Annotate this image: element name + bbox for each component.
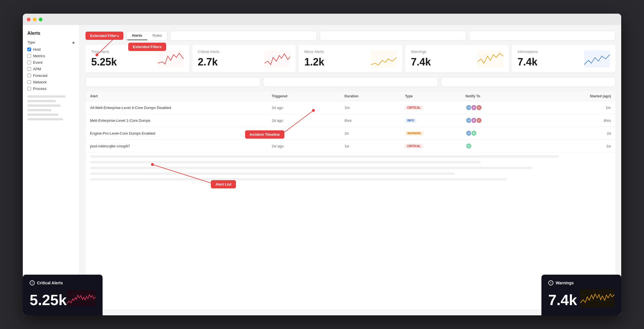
maximize-button[interactable]: [39, 18, 42, 21]
stat-card-total: Total Alerts 5.25k: [85, 45, 189, 73]
stat-chart-total: [158, 50, 184, 67]
table-row[interactable]: Melt-Enterprise-Level 1-Core Dumps 2d ag…: [85, 114, 616, 127]
sidebar-item-metrics[interactable]: Metrics: [27, 54, 75, 58]
td-notify-2: A B C: [466, 117, 538, 124]
tab-rules[interactable]: Rules: [147, 31, 167, 40]
apm-checkbox[interactable]: [27, 67, 31, 71]
col-type: Type: [405, 94, 466, 98]
search-bar-1[interactable]: [170, 31, 317, 40]
stat-label-minor: Minor Alerts: [304, 50, 324, 54]
table-row[interactable]: All-Melt-Enterprise-Level 4-Core Dumps D…: [85, 101, 616, 114]
type-expand-arrow[interactable]: ▶: [73, 41, 75, 44]
td-triggered-1: 2d ago: [272, 106, 345, 110]
filter-input-1[interactable]: [85, 77, 260, 87]
top-bar: Extended Filters Alerts Rules: [85, 31, 616, 40]
sidebar-title: Alerts: [27, 31, 75, 36]
td-notify-3: A D: [466, 130, 538, 136]
badge-info-2: INFO: [405, 118, 416, 123]
td-started-4: 1w: [538, 144, 611, 148]
host-checkbox[interactable]: [27, 48, 31, 51]
table-row[interactable]: pool-mblmcqfer-cmop67 2w ago 1w CRITICAL…: [85, 140, 616, 153]
td-alert-2: Melt-Enterprise-Level 1-Core Dumps: [90, 118, 272, 123]
sidebar-item-host[interactable]: Host: [27, 47, 75, 52]
td-triggered-4: 2w ago: [272, 144, 345, 148]
sidebar-item-network[interactable]: Network: [27, 80, 75, 84]
metrics-checkbox[interactable]: [27, 54, 31, 58]
col-notify: Notify To: [466, 94, 538, 98]
stat-card-critical: Critical Alerts 2.7k: [192, 45, 296, 73]
titlebar: [23, 14, 621, 25]
tab-alerts[interactable]: Alerts: [127, 31, 147, 40]
stat-value-info: 7.4k: [517, 56, 538, 68]
stat-value-critical: 2.7k: [198, 56, 219, 68]
sidebar-item-process[interactable]: Process: [27, 87, 75, 91]
td-notify-1: A B C: [466, 104, 538, 111]
col-started: Started (ago): [538, 94, 611, 98]
badge-critical-1: CRITICAL: [405, 106, 423, 110]
stat-card-minor: Minor Alerts 1.2k: [299, 45, 402, 73]
td-triggered-3: 1w ago: [272, 131, 345, 135]
avatar: D: [466, 143, 472, 149]
stat-card-info: Informations 7.4k: [512, 45, 616, 73]
stat-label-critical: Critical Alerts: [198, 50, 219, 54]
td-duration-4: 1w: [345, 144, 405, 148]
badge-warning-3: WARNING: [405, 131, 423, 135]
minimize-button[interactable]: [33, 18, 36, 21]
svg-rect-0: [158, 50, 184, 67]
col-triggered: Triggered: [272, 94, 345, 98]
td-type-3: WARNING: [405, 131, 466, 135]
avatar: C: [476, 104, 482, 111]
badge-critical-4: CRITICAL: [405, 144, 423, 148]
alerts-table: Alert Triggered Duration Type Notify To …: [85, 91, 616, 310]
process-checkbox[interactable]: [27, 87, 31, 91]
td-type-1: CRITICAL: [405, 105, 466, 110]
stat-chart-critical: [264, 50, 290, 67]
td-duration-3: 2d: [345, 131, 405, 135]
avatar: D: [471, 130, 477, 136]
search-bar-2[interactable]: [320, 31, 466, 40]
col-duration: Duration: [345, 94, 405, 98]
event-checkbox[interactable]: [27, 61, 31, 64]
search-bar-3[interactable]: [469, 31, 616, 40]
td-started-2: 8hrs: [538, 118, 611, 123]
stat-label-warnings: Warnings: [411, 50, 431, 54]
content-area: Extended Filters Alerts Rules Total Aler…: [80, 25, 621, 315]
close-button[interactable]: [27, 18, 30, 21]
extended-filters-badge[interactable]: Extended Filters: [85, 32, 123, 40]
forecast-checkbox[interactable]: [27, 74, 31, 77]
svg-rect-3: [478, 50, 503, 67]
stat-value-total: 5.25k: [91, 56, 117, 68]
td-notify-4: D: [466, 143, 538, 149]
stat-value-warnings: 7.4k: [411, 56, 431, 68]
sidebar: Alerts Type ▶ Host Metrics Event APM: [23, 25, 80, 315]
search-bars: [170, 31, 616, 40]
stat-label-total: Total Alerts: [91, 50, 117, 54]
td-alert-3: Engine-Pro-Level-Core Dumps Enabled: [90, 131, 272, 135]
td-type-4: CRITICAL: [405, 144, 466, 148]
td-started-3: 2d: [538, 131, 611, 135]
td-duration-1: 1hr: [345, 106, 405, 110]
sidebar-item-event[interactable]: Event: [27, 60, 75, 65]
main-window: Alerts Type ▶ Host Metrics Event APM: [23, 14, 621, 315]
sidebar-item-forecast[interactable]: Forecast: [27, 73, 75, 78]
sidebar-item-apm[interactable]: APM: [27, 67, 75, 71]
td-alert-4: pool-mblmcqfer-cmop67: [90, 144, 272, 148]
table-row[interactable]: Engine-Pro-Level-Core Dumps Enabled 1w a…: [85, 127, 616, 140]
skeleton-rows: [85, 153, 616, 187]
td-alert-1: All-Melt-Enterprise-Level 4-Core Dumps D…: [90, 106, 272, 110]
svg-rect-4: [584, 50, 610, 67]
sidebar-type-label: Type ▶: [27, 40, 75, 44]
td-started-1: 1hr: [538, 106, 611, 110]
td-type-2: INFO: [405, 118, 466, 123]
td-triggered-2: 2d ago: [272, 118, 345, 123]
stat-chart-warnings: [478, 50, 503, 67]
filter-input-2[interactable]: [263, 77, 438, 87]
table-header: Alert Triggered Duration Type Notify To …: [85, 91, 616, 101]
filter-tabs: Alerts Rules: [126, 31, 167, 40]
filter-input-3[interactable]: [441, 77, 616, 87]
col-alert: Alert: [90, 94, 272, 98]
stat-chart-minor: [371, 50, 397, 67]
stats-row: Total Alerts 5.25k Critical Alerts 2.7k: [85, 45, 616, 73]
network-checkbox[interactable]: [27, 80, 31, 84]
stat-label-info: Informations: [517, 50, 538, 54]
